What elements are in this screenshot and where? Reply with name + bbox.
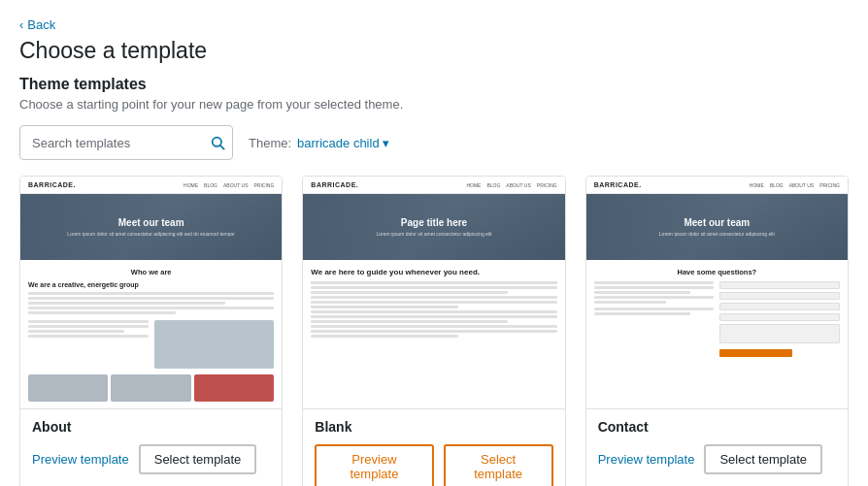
select-template-about-button[interactable]: Select template: [139, 444, 257, 474]
preview-template-about-button[interactable]: Preview template: [32, 452, 129, 467]
template-actions-about: Preview template Select template: [32, 444, 270, 474]
mockup-form: [719, 281, 840, 357]
mockup-body-about: Who we are We are a creative, energetic …: [20, 260, 282, 408]
template-preview-contact: BARRICADE. HOME BLOG ABOUT US PRICING Me…: [586, 177, 848, 409]
theme-dropdown[interactable]: barricade child ▾: [297, 136, 389, 150]
mockup-nav: BARRICADE. HOME BLOG ABOUT US PRICING: [20, 177, 282, 194]
select-template-contact-button[interactable]: Select template: [704, 444, 822, 474]
mockup-hero-contact: Meet our team Lorem ipsum dolor sit amet…: [586, 194, 848, 260]
template-preview-about: BARRICADE. HOME BLOG ABOUT US PRICING Me…: [20, 177, 282, 409]
search-button[interactable]: [210, 135, 225, 150]
template-info-about: About Preview template Select template: [20, 409, 282, 486]
template-preview-blank: BARRICADE. HOME BLOG ABOUT US PRICING Pa…: [303, 177, 564, 409]
template-actions-contact: Preview template Select template: [598, 444, 836, 474]
back-label: Back: [27, 17, 55, 32]
select-template-blank-button[interactable]: Select template: [444, 444, 553, 486]
search-icon: [210, 135, 225, 150]
templates-grid: BARRICADE. HOME BLOG ABOUT US PRICING Me…: [19, 176, 849, 486]
back-link[interactable]: ‹ Back: [19, 17, 55, 32]
template-name-about: About: [32, 419, 270, 435]
template-card-blank: BARRICADE. HOME BLOG ABOUT US PRICING Pa…: [302, 176, 565, 486]
search-wrapper: [19, 125, 233, 160]
section-heading: Theme templates: [19, 76, 849, 93]
template-name-blank: Blank: [315, 419, 552, 435]
page-title: Choose a template: [19, 38, 849, 64]
preview-template-blank-button[interactable]: Preview template: [315, 444, 433, 486]
chevron-left-icon: ‹: [19, 17, 23, 32]
mockup-hero-blank: Page title here Lorem ipsum dolor sit am…: [303, 194, 564, 260]
mockup-body-blank: We are here to guide you whenever you ne…: [303, 260, 564, 408]
template-name-contact: Contact: [598, 419, 836, 435]
preview-template-contact-button[interactable]: Preview template: [598, 452, 695, 467]
mockup-submit-btn: [719, 349, 791, 357]
mockup-nav-blank: BARRICADE. HOME BLOG ABOUT US PRICING: [303, 177, 564, 194]
theme-label: Theme:: [249, 136, 291, 150]
svg-line-1: [220, 146, 224, 149]
template-actions-blank: Preview template Select template: [315, 444, 552, 486]
template-card-about: BARRICADE. HOME BLOG ABOUT US PRICING Me…: [19, 176, 283, 486]
toolbar: Theme: barricade child ▾: [19, 125, 849, 160]
section-desc: Choose a starting point for your new pag…: [19, 97, 849, 112]
mockup-nav-contact: BARRICADE. HOME BLOG ABOUT US PRICING: [586, 177, 848, 194]
search-input[interactable]: [19, 125, 233, 160]
template-info-contact: Contact Preview template Select template: [586, 409, 848, 486]
template-card-contact: BARRICADE. HOME BLOG ABOUT US PRICING Me…: [585, 176, 849, 486]
theme-selector: Theme: barricade child ▾: [249, 136, 389, 150]
theme-value-text: barricade child: [297, 136, 380, 150]
chevron-down-icon: ▾: [383, 136, 389, 150]
template-info-blank: Blank Preview template Select template: [303, 409, 564, 486]
mockup-hero-about: Meet our team Lorem ipsum dolor sit amet…: [20, 194, 282, 260]
team-img-placeholder: [154, 320, 275, 369]
mockup-body-contact: Have some questions?: [586, 260, 848, 408]
